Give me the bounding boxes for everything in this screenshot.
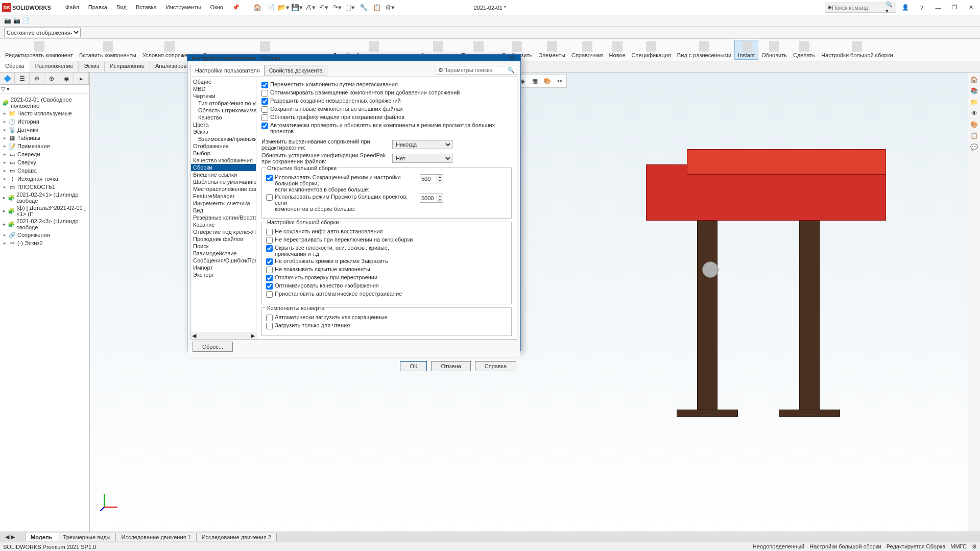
open-icon[interactable]: 📂▾ [278, 3, 290, 13]
option-checkbox[interactable] [261, 90, 268, 97]
menu-pin-icon[interactable]: 📌 [228, 2, 244, 13]
option-checkbox[interactable] [266, 323, 273, 329]
dlg-tree-item[interactable]: Область штриховки/запол [191, 107, 256, 114]
status-units[interactable]: ММГС [950, 543, 967, 550]
minimize-icon[interactable]: — [931, 3, 945, 13]
dlg-tree-item[interactable]: Экспорт [191, 271, 256, 278]
dlg-tree-item[interactable]: Сборки [191, 164, 256, 171]
fm-tab-display-icon[interactable]: ◉ [59, 73, 74, 84]
option-checkbox[interactable] [266, 229, 273, 235]
option-checkbox[interactable] [266, 267, 273, 273]
option-checkbox[interactable] [266, 194, 273, 201]
tree-item[interactable]: ▸🧩2021-02-2<3> (Цилиндр свободе [1, 218, 88, 231]
status-gear-icon[interactable]: ⚙ [972, 543, 977, 550]
dlg-tree-item[interactable]: Месторасположение файлов [191, 185, 256, 193]
option-checkbox[interactable] [261, 98, 268, 105]
options-icon[interactable]: 📋 [371, 3, 383, 13]
new-icon[interactable]: 📄 [265, 3, 277, 13]
ribbon-настройки-большой-сборки[interactable]: Настройки большой сборки [818, 40, 896, 60]
display-state-select[interactable]: Состояние отображения-1 [4, 28, 81, 37]
tab-layout[interactable]: Расположение [30, 61, 79, 72]
spinner-input[interactable] [420, 175, 437, 183]
tree-root[interactable]: 🧩 2021-02-01 (Свободное положение [1, 96, 88, 109]
speedpak-select[interactable]: Нет [392, 154, 452, 163]
fm-tab-more-icon[interactable]: ▸ [74, 73, 89, 84]
option-checkbox[interactable] [266, 245, 273, 252]
menu-view[interactable]: Вид [112, 2, 131, 13]
ribbon-спецификация[interactable]: Спецификация [629, 40, 674, 60]
spin-up-icon[interactable]: ▲ [437, 194, 443, 198]
spin-up-icon[interactable]: ▲ [437, 175, 443, 179]
reset-button[interactable]: Сброс... [193, 342, 233, 352]
task-property-icon[interactable]: 📋 [969, 131, 979, 141]
help-icon[interactable]: ? [915, 3, 929, 13]
ribbon-вид-с-разнесенными[interactable]: Вид с разнесенными [674, 40, 734, 60]
dlg-tree-item[interactable]: Отображение [191, 142, 256, 150]
option-checkbox[interactable] [261, 106, 268, 113]
close-icon[interactable]: ✕ [964, 3, 978, 13]
tree-item[interactable]: ▸🧩(ф) [ Деталь3^2021-02-01 ]<1> (П [1, 204, 88, 218]
command-search[interactable]: ⊕ 🔍▾ [825, 3, 896, 13]
vp-section-icon[interactable]: ✂ [554, 76, 565, 86]
tree-item[interactable]: ▸📡Датчики [1, 126, 88, 134]
align-select[interactable]: Никогда [392, 140, 452, 149]
doc-icon[interactable]: 📄 [22, 17, 30, 24]
tree-item[interactable]: ▸🧩2021-02-2<1> (Цилиндр свободе [1, 191, 88, 204]
vp-scene-icon[interactable]: 🎨 [542, 76, 553, 86]
tab-model[interactable]: Модель [26, 533, 58, 541]
dlg-tree-item[interactable]: Шаблоны по умолчанию [191, 178, 256, 185]
dlg-tree-item[interactable]: Качество [191, 114, 256, 121]
tab-assembly[interactable]: Сборка [0, 61, 30, 72]
camera-icon[interactable]: 📷 [4, 17, 11, 24]
option-checkbox[interactable] [266, 283, 273, 290]
tree-item[interactable]: ▸🕐История [1, 117, 88, 126]
option-checkbox[interactable] [266, 275, 273, 281]
ribbon-instant[interactable]: Instant [734, 40, 758, 60]
dialog-search[interactable]: ⚙ 🔍 [436, 66, 517, 75]
search-input[interactable] [832, 5, 886, 11]
dlg-tree-item[interactable]: Взаимосвязи/привязки [191, 135, 256, 142]
option-checkbox[interactable] [261, 114, 268, 121]
dlg-tree-item[interactable]: Цвета [191, 121, 256, 128]
dlg-tree-item[interactable]: Инкременты счетчика [191, 200, 256, 207]
tree-item[interactable]: ▸▦Таблицы [1, 134, 88, 142]
help-button[interactable]: Справка [475, 361, 516, 371]
dlg-tree-item[interactable]: Общие [191, 78, 256, 85]
tree-item[interactable]: ▸▭Справа [1, 166, 88, 175]
motion-nav[interactable]: ◀ ▶ [0, 533, 26, 541]
undo-icon[interactable]: ↶▾ [318, 3, 330, 13]
tree-item[interactable]: ▸▭Спереди [1, 150, 88, 158]
status-large[interactable]: Настройки большой сборки [809, 543, 881, 550]
task-home-icon[interactable]: 🏠 [969, 75, 979, 85]
save-icon[interactable]: 💾▾ [291, 3, 303, 13]
task-lib-icon[interactable]: 📚 [969, 86, 979, 96]
maximize-icon[interactable]: ❐ [947, 3, 962, 13]
ok-button[interactable]: ОК [400, 361, 427, 371]
dlg-tree-item[interactable]: Выбор [191, 150, 256, 157]
menu-edit[interactable]: Правка [84, 2, 111, 13]
option-checkbox[interactable] [266, 315, 273, 321]
dlg-tree-item[interactable]: Внешние ссылки [191, 171, 256, 178]
ribbon-справочная[interactable]: Справочная [568, 40, 606, 60]
fm-tab-dim-icon[interactable]: ⊕ [44, 73, 59, 84]
dialog-search-input[interactable] [443, 67, 508, 73]
tree-item[interactable]: ▸▭Сверху [1, 158, 88, 166]
dlg-tree-item[interactable]: Тип отображения по умол [191, 100, 256, 107]
cancel-button[interactable]: Отмена [431, 361, 470, 371]
home-icon[interactable]: 🏠 [251, 3, 264, 13]
tab-repair[interactable]: Исправление [105, 61, 150, 72]
tree-item[interactable]: ▸⊹Исходная точка [1, 175, 88, 183]
tree-filter[interactable]: ▽ ▾ [0, 85, 89, 94]
dlg-tree-item[interactable]: Резервные копии/Восстанов [191, 214, 256, 221]
menu-window[interactable]: Окно [206, 2, 227, 13]
ribbon-элементы[interactable]: Элементы [535, 40, 568, 60]
ribbon-обновить[interactable]: Обновить [758, 40, 790, 60]
user-icon[interactable]: 👤 [898, 3, 913, 13]
dlg-tree-item[interactable]: Чертежи [191, 92, 256, 100]
rebuild-icon[interactable]: 🔧 [357, 3, 370, 13]
dlg-tree-item[interactable]: Проводник файлов [191, 235, 256, 243]
search-dropdown-icon[interactable]: 🔍▾ [886, 1, 894, 14]
fm-tab-property-icon[interactable]: ☰ [15, 73, 30, 84]
dlg-tree-item[interactable]: Отверстие под крепеж/Toolbo [191, 228, 256, 235]
dlg-tree-item[interactable]: Касание [191, 221, 256, 228]
